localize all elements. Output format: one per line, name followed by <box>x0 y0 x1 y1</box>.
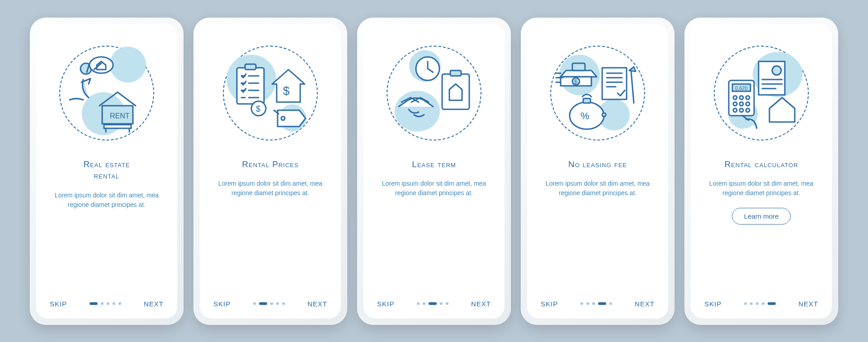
svg-rect-7 <box>245 64 256 70</box>
onboard-screen-4: 0,620 Rental calculator Lorem ipsum dolo… <box>691 24 832 319</box>
skip-button[interactable]: SKIP <box>213 300 231 308</box>
page-dots <box>253 302 285 305</box>
skip-button[interactable]: SKIP <box>377 300 394 308</box>
screen-title: Real estaterental <box>83 159 130 182</box>
bottom-nav: SKIP NEXT <box>703 300 820 308</box>
nofee-icon: $ % <box>552 48 643 138</box>
svg-rect-6 <box>237 68 264 104</box>
bottom-nav: SKIP NEXT <box>539 300 656 308</box>
bottom-nav: SKIP NEXT <box>48 300 165 308</box>
next-button[interactable]: NEXT <box>144 300 164 308</box>
screen-desc: Lorem ipsum dolor sit dim amet, mea regi… <box>48 191 165 210</box>
screen-desc: Lorem ipsum dolor sit dim amet, mea regi… <box>539 179 656 198</box>
svg-point-0 <box>90 57 113 73</box>
svg-text:%: % <box>580 110 590 122</box>
phone-frame: $ % No leasing fee Lorem ipsum dolor sit… <box>521 18 675 325</box>
svg-text:$: $ <box>574 79 577 85</box>
bottom-nav: SKIP NEXT <box>212 300 329 308</box>
svg-rect-20 <box>583 98 590 103</box>
svg-text:$: $ <box>283 84 290 98</box>
real-estate-icon: RENT <box>61 48 152 138</box>
screen-title: Rental Prices <box>242 159 298 170</box>
illustration-calculator: 0,620 <box>709 41 813 145</box>
svg-point-22 <box>602 113 606 117</box>
illustration-nofee: $ % <box>546 41 650 145</box>
page-dots <box>580 302 612 305</box>
next-button[interactable]: NEXT <box>635 300 655 308</box>
svg-rect-23 <box>759 61 785 95</box>
screen-desc: Lorem ipsum dolor sit dim amet, mea regi… <box>703 179 820 198</box>
phone-frame: 0,620 Rental calculator Lorem ipsum dolo… <box>684 18 838 325</box>
svg-text:$: $ <box>256 104 260 113</box>
phone-frame: $ $ Rental Prices Lorem ipsum dolor sit … <box>193 18 347 325</box>
next-button[interactable]: NEXT <box>307 300 327 308</box>
onboard-screen-1: $ $ Rental Prices Lorem ipsum dolor sit … <box>200 24 341 319</box>
page-dots <box>417 302 448 305</box>
svg-text:RENT: RENT <box>110 112 130 120</box>
skip-button[interactable]: SKIP <box>50 300 67 308</box>
screen-desc: Lorem ipsum dolor sit dim amet, mea regi… <box>212 179 329 198</box>
illustration-real-estate: RENT <box>55 41 159 145</box>
onboard-screen-0: RENT Real estaterental Lorem ipsum dolor… <box>36 24 177 319</box>
page-dots <box>744 302 776 305</box>
screen-title: Rental calculator <box>724 159 798 170</box>
onboard-screen-2: Lease term Lorem ipsum dolor sit dim ame… <box>363 24 505 319</box>
phone-row: RENT Real estaterental Lorem ipsum dolor… <box>30 18 838 325</box>
svg-text:0,620: 0,620 <box>735 85 748 91</box>
svg-rect-15 <box>572 63 585 70</box>
illustration-prices: $ $ <box>218 41 322 145</box>
next-button[interactable]: NEXT <box>471 300 491 308</box>
calculator-icon: 0,620 <box>716 48 807 138</box>
svg-point-24 <box>772 66 781 75</box>
prices-icon: $ $ <box>225 48 316 138</box>
learn-more-button[interactable]: Learn more <box>732 208 791 225</box>
skip-button[interactable]: SKIP <box>541 300 558 308</box>
screen-title: Lease term <box>412 159 456 170</box>
page-dots <box>90 302 121 305</box>
svg-rect-3 <box>104 125 131 128</box>
svg-rect-13 <box>442 74 469 109</box>
illustration-lease <box>382 41 486 145</box>
lease-icon <box>389 48 479 138</box>
skip-button[interactable]: SKIP <box>704 300 722 308</box>
svg-rect-14 <box>450 70 461 76</box>
phone-frame: RENT Real estaterental Lorem ipsum dolor… <box>30 18 184 325</box>
bottom-nav: SKIP NEXT <box>375 300 493 308</box>
screen-desc: Lorem ipsum dolor sit dim amet, mea regi… <box>375 179 493 198</box>
next-button[interactable]: NEXT <box>798 300 818 308</box>
onboard-screen-3: $ % No leasing fee Lorem ipsum dolor sit… <box>527 24 668 319</box>
screen-title: No leasing fee <box>568 159 627 170</box>
phone-frame: Lease term Lorem ipsum dolor sit dim ame… <box>357 18 511 325</box>
